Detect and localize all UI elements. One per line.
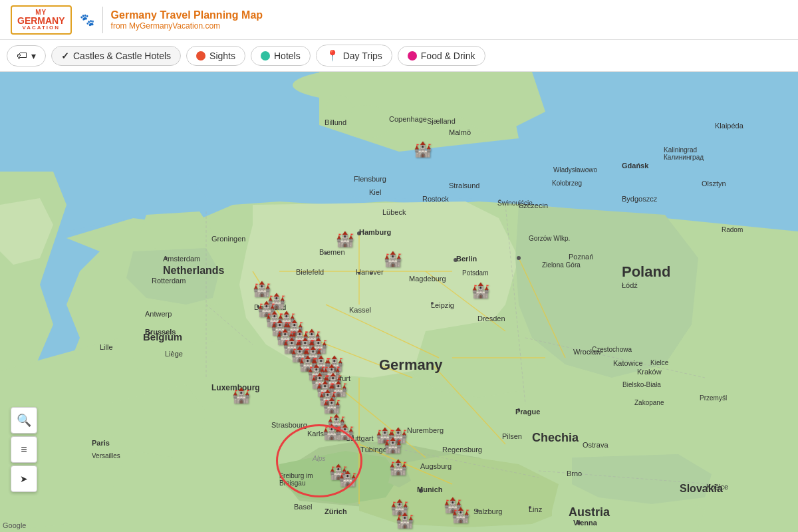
filter-daytrips-button[interactable]: 📍 Day Trips <box>316 45 392 66</box>
check-icon: ✓ <box>61 51 69 61</box>
svg-point-59 <box>517 408 520 411</box>
svg-point-61 <box>148 332 151 334</box>
castle-marker-41[interactable]: 🏰 <box>452 507 469 524</box>
search-button[interactable]: 🔍 <box>11 407 37 434</box>
filter-bar: 🏷 ▾ ✓ Castles & Castle Hotels Sights Hot… <box>0 40 798 72</box>
castle-marker-3[interactable]: 🏰 <box>384 251 402 268</box>
svg-point-53 <box>419 489 423 493</box>
svg-point-58 <box>529 506 531 509</box>
castle-marker-35[interactable]: 🏰 <box>384 437 402 454</box>
svg-text:Alps: Alps <box>312 455 325 462</box>
logo-box: MY GERMANY VACATION <box>11 5 72 35</box>
map-title: Germany Travel Planning Map <box>111 9 263 21</box>
map-controls: 🔍 ≡ ➤ <box>11 407 37 492</box>
logo-paw-icon: 🐾 <box>80 13 94 27</box>
filter-food-button[interactable]: Food & Drink <box>398 46 485 66</box>
svg-point-56 <box>577 521 581 525</box>
logo-area: MY GERMANY VACATION 🐾 <box>11 5 94 35</box>
title-area: Germany Travel Planning Map from MyGerma… <box>111 9 263 31</box>
svg-point-55 <box>517 256 521 260</box>
svg-point-60 <box>165 257 168 259</box>
sights-label: Sights <box>209 51 235 61</box>
svg-point-49 <box>431 302 434 305</box>
filter-tag-button[interactable]: 🏷 ▾ <box>7 45 46 66</box>
header-divider <box>102 7 103 33</box>
food-dot <box>408 51 417 61</box>
svg-point-48 <box>454 258 458 262</box>
castle-marker-29[interactable]: 🏰 <box>323 397 340 414</box>
castle-marker-36[interactable]: 🏰 <box>232 387 250 404</box>
hotels-label: Hotels <box>274 51 301 61</box>
svg-point-43 <box>357 231 361 235</box>
filter-icon: ≡ <box>21 444 27 456</box>
logo-germany: GERMANY <box>17 16 65 25</box>
google-text: Google <box>3 521 26 529</box>
svg-point-47 <box>370 272 372 275</box>
svg-point-4 <box>326 95 352 122</box>
svg-point-45 <box>358 272 360 275</box>
svg-marker-12 <box>346 172 545 201</box>
navigate-button[interactable]: ➤ <box>11 466 37 492</box>
castle-marker-2[interactable]: 🏰 <box>336 231 354 248</box>
tag-icon: 🏷 <box>17 50 27 62</box>
filter-castles-button[interactable]: ✓ Castles & Castle Hotels <box>51 46 181 66</box>
search-icon: 🔍 <box>17 413 31 428</box>
castle-marker-39[interactable]: 🏰 <box>338 470 356 487</box>
navigate-icon: ➤ <box>20 473 28 484</box>
google-watermark: Google <box>3 521 26 529</box>
filter-sights-button[interactable]: Sights <box>186 46 245 66</box>
logo-my: MY <box>35 9 47 16</box>
map-container[interactable]: Alps Netherlands Belgium Luxembourg Germ… <box>0 72 798 532</box>
daytrips-label: Day Trips <box>343 51 382 61</box>
sights-dot <box>196 51 205 61</box>
castles-label: Castles & Castle Hotels <box>73 51 171 61</box>
castle-marker-44[interactable]: 🏰 <box>471 282 489 299</box>
daytrips-pin-icon: 📍 <box>326 49 339 62</box>
food-label: Food & Drink <box>421 51 475 61</box>
logo-vacation: VACATION <box>22 25 60 31</box>
map-subtitle: from MyGermanyVacation.com <box>111 21 263 31</box>
filter-button[interactable]: ≡ <box>11 436 37 463</box>
castle-marker-37[interactable]: 🏰 <box>389 459 407 476</box>
hotels-dot <box>261 51 270 61</box>
svg-point-44 <box>325 252 327 255</box>
castle-marker-1[interactable]: 🏰 <box>414 141 432 158</box>
header: MY GERMANY VACATION 🐾 Germany Travel Pla… <box>0 0 798 40</box>
castle-marker-43[interactable]: 🏰 <box>396 512 414 529</box>
filter-hotels-button[interactable]: Hotels <box>251 46 311 66</box>
svg-point-54 <box>476 509 479 512</box>
castle-marker-32[interactable]: 🏰 <box>336 424 354 441</box>
tag-chevron: ▾ <box>31 51 36 61</box>
